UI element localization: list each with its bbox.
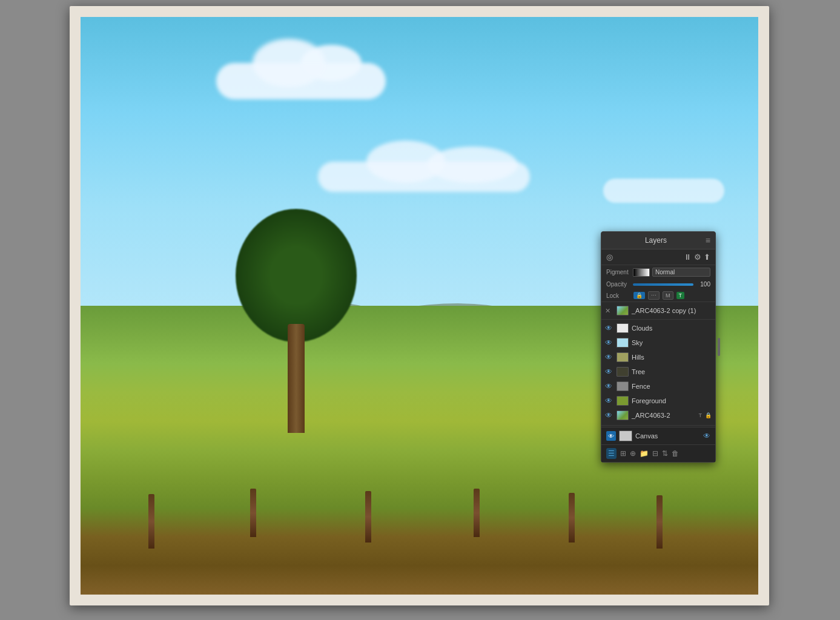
- pigment-row: Pigment Normal Multiply Screen Overlay: [601, 265, 715, 279]
- panel-resize-handle[interactable]: [718, 338, 720, 356]
- fence-post-1: [148, 494, 154, 549]
- fence-post-5: [569, 493, 575, 542]
- lock-t-btn[interactable]: T: [676, 292, 685, 299]
- canvas-eye-icon: 👁: [608, 433, 614, 440]
- delete-layer-icon[interactable]: 🗑: [672, 449, 679, 458]
- pigment-label: Pigment: [606, 269, 630, 275]
- hills-thumb: [617, 352, 629, 362]
- tree-canopy: [236, 209, 357, 342]
- composite-layer-name: _ARC4063-2 copy (1): [632, 307, 712, 314]
- fence-thumb: [617, 381, 629, 391]
- add-layer-icon[interactable]: ⊕: [630, 449, 636, 458]
- layer-item-foreground[interactable]: 👁 Foreground: [601, 394, 715, 408]
- base-thumb: [617, 411, 629, 420]
- layers-divider-2: [601, 425, 715, 426]
- fence-post-3: [365, 491, 371, 542]
- composite-cross-icon: ✕: [605, 307, 613, 315]
- fence-visibility-icon[interactable]: 👁: [605, 382, 613, 391]
- sky-layer-name: Sky: [632, 339, 712, 346]
- layer-item-clouds[interactable]: 👁 Clouds: [601, 321, 715, 335]
- base-layer-name: _ARC4063-2: [632, 412, 696, 419]
- opacity-row: Opacity 100: [601, 279, 715, 289]
- panel-toolbar: ◎ ⏸ ⚙ ⬆: [601, 249, 715, 265]
- share-icon[interactable]: ⬆: [704, 252, 710, 262]
- canvas-right-eye-icon[interactable]: 👁: [703, 432, 710, 440]
- base-text-icon: T: [699, 412, 703, 418]
- clouds-thumb: [617, 323, 629, 333]
- composite-thumb: [617, 306, 629, 315]
- tree-layer-name: Tree: [632, 368, 712, 375]
- adjust-icon[interactable]: ⚙: [694, 252, 701, 262]
- lock-label: Lock: [606, 292, 630, 299]
- panel-menu-icon[interactable]: ≡: [706, 236, 710, 245]
- opacity-slider[interactable]: [633, 283, 693, 286]
- sky-visibility-icon[interactable]: 👁: [605, 338, 613, 347]
- fence-post-2: [250, 489, 256, 537]
- layers-view-icon[interactable]: ☰: [606, 448, 617, 459]
- duplicate-layer-icon[interactable]: ⊟: [652, 449, 658, 458]
- add-folder-icon[interactable]: 📁: [640, 449, 649, 458]
- tree-thumb: [617, 367, 629, 377]
- fence-post-6: [656, 495, 663, 549]
- layers-list: ✕ _ARC4063-2 copy (1) 👁 Clouds 👁 Sky 👁: [601, 302, 715, 424]
- layer-item-fence[interactable]: 👁 Fence: [601, 379, 715, 394]
- cloud-1: [216, 63, 386, 99]
- foreground-visibility-icon[interactable]: 👁: [605, 397, 613, 405]
- canvas-visibility-btn[interactable]: 👁: [606, 431, 616, 441]
- layer-item-sky[interactable]: 👁 Sky: [601, 335, 715, 350]
- hills-layer-name: Hills: [632, 354, 712, 361]
- tree: [230, 203, 363, 433]
- base-lock-icon: 🔒: [705, 412, 712, 418]
- group-layers-icon[interactable]: ⊞: [620, 449, 626, 458]
- tree-visibility-icon[interactable]: 👁: [605, 368, 613, 376]
- blend-mode-select[interactable]: Normal Multiply Screen Overlay: [652, 268, 710, 277]
- toolbar-icons: ⏸ ⚙ ⬆: [684, 252, 710, 262]
- lock-row: Lock 🔒 ⋯ M T: [601, 289, 715, 302]
- lock-m-btn[interactable]: M: [663, 291, 673, 300]
- base-visibility-icon[interactable]: 👁: [605, 411, 613, 420]
- hills-visibility-icon[interactable]: 👁: [605, 353, 613, 361]
- canvas-thumb: [619, 430, 632, 441]
- sky-thumb: [617, 338, 629, 348]
- panel-title: Layers: [606, 236, 706, 245]
- foreground-layer-name: Foreground: [632, 397, 712, 404]
- layer-item-hills[interactable]: 👁 Hills: [601, 350, 715, 364]
- pigment-swatch[interactable]: [633, 268, 650, 277]
- cloud-3: [603, 179, 724, 203]
- opacity-label: Opacity: [606, 281, 630, 288]
- opacity-value: 100: [696, 281, 710, 288]
- layers-panel: Layers ≡ ◎ ⏸ ⚙ ⬆ Pigment Normal Multiply…: [601, 231, 716, 463]
- layers-divider-1: [601, 319, 715, 320]
- foreground-thumb: [617, 396, 629, 406]
- cloud-2: [318, 162, 530, 192]
- clouds-layer-name: Clouds: [632, 325, 712, 332]
- filter-icon[interactable]: ◎: [606, 252, 613, 262]
- fence-layer-name: Fence: [632, 383, 712, 390]
- canvas-area: Layers ≡ ◎ ⏸ ⚙ ⬆ Pigment Normal Multiply…: [0, 0, 840, 620]
- clouds-visibility-icon[interactable]: 👁: [605, 324, 613, 332]
- fence-post-4: [474, 489, 480, 537]
- layer-item-tree[interactable]: 👁 Tree: [601, 364, 715, 379]
- pause-icon[interactable]: ⏸: [684, 252, 692, 262]
- panel-header: Layers ≡: [601, 232, 715, 249]
- sort-layers-icon[interactable]: ⇅: [662, 449, 668, 458]
- layer-item-base[interactable]: 👁 _ARC4063-2 T 🔒: [601, 408, 715, 423]
- lock-pixels-btn[interactable]: 🔒: [633, 292, 645, 299]
- panel-bottom-toolbar: ☰ ⊞ ⊕ 📁 ⊟ ⇅ 🗑: [601, 444, 715, 462]
- tree-trunk: [288, 324, 305, 433]
- canvas-layer-name: Canvas: [635, 432, 700, 440]
- layer-item-composite[interactable]: ✕ _ARC4063-2 copy (1): [601, 303, 715, 318]
- lock-position-btn[interactable]: ⋯: [648, 291, 660, 300]
- canvas-layer-row[interactable]: 👁 Canvas 👁: [601, 427, 715, 444]
